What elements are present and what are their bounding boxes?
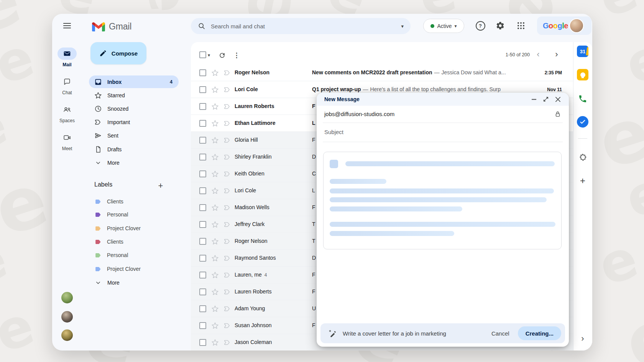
star-icon[interactable]: [211, 69, 219, 77]
sidebar-item-drafts[interactable]: Drafts: [89, 143, 179, 156]
important-icon[interactable]: [223, 339, 231, 346]
rail-item-meet[interactable]: Meet: [52, 131, 82, 151]
more-options-icon[interactable]: ⋮: [232, 50, 242, 60]
contact-avatar-1[interactable]: [61, 292, 73, 303]
label-item-project-clover[interactable]: Project Clover: [89, 222, 179, 234]
side-panel-collapse-icon[interactable]: ›: [578, 333, 587, 344]
label-item-personal[interactable]: Personal: [89, 208, 179, 221]
email-row[interactable]: Roger Nelson New comments on MCR2022 dra…: [191, 64, 573, 81]
important-icon[interactable]: [223, 322, 231, 329]
star-icon[interactable]: [211, 120, 219, 127]
labels-more[interactable]: More: [89, 276, 179, 289]
star-icon[interactable]: [211, 86, 219, 93]
sidebar-item-more[interactable]: More: [89, 156, 179, 169]
row-checkbox[interactable]: [199, 221, 206, 228]
help-button[interactable]: ?: [473, 18, 488, 33]
apps-grid-button[interactable]: [513, 18, 529, 33]
sidebar-item-sent[interactable]: Sent: [89, 129, 179, 142]
important-icon[interactable]: [223, 238, 231, 245]
google-account-block[interactable]: Google: [537, 16, 591, 35]
expand-icon[interactable]: [541, 95, 550, 104]
row-checkbox[interactable]: [199, 137, 206, 144]
compose-button[interactable]: Compose: [90, 42, 146, 64]
contact-avatar-2[interactable]: [61, 311, 73, 323]
settings-button[interactable]: [493, 18, 508, 33]
addons-icon[interactable]: [577, 152, 588, 163]
row-checkbox[interactable]: [199, 322, 206, 329]
row-checkbox[interactable]: [199, 339, 206, 346]
important-icon[interactable]: [223, 69, 231, 77]
get-addons-plus-icon[interactable]: +: [577, 175, 588, 187]
important-icon[interactable]: [223, 271, 231, 279]
sidebar-item-starred[interactable]: Starred: [89, 89, 179, 102]
subject-field[interactable]: Subject: [324, 123, 343, 142]
important-icon[interactable]: [223, 170, 231, 178]
row-checkbox[interactable]: [199, 103, 206, 110]
sidebar-item-inbox[interactable]: Inbox 4: [89, 75, 179, 88]
select-all-checkbox[interactable]: [199, 51, 206, 58]
star-icon[interactable]: [211, 170, 219, 178]
important-icon[interactable]: [223, 187, 231, 195]
important-icon[interactable]: [223, 153, 231, 161]
star-icon[interactable]: [211, 339, 219, 346]
star-icon[interactable]: [211, 271, 219, 279]
rail-item-mail[interactable]: Mail: [52, 48, 82, 67]
row-checkbox[interactable]: [199, 120, 206, 127]
row-checkbox[interactable]: [199, 86, 206, 93]
row-checkbox[interactable]: [199, 238, 206, 245]
important-icon[interactable]: [223, 204, 231, 211]
star-icon[interactable]: [211, 136, 219, 144]
important-icon[interactable]: [223, 86, 231, 93]
older-page-icon[interactable]: ›: [552, 49, 561, 60]
cancel-button[interactable]: Cancel: [485, 327, 516, 340]
voice-icon[interactable]: [577, 93, 588, 105]
calendar-icon[interactable]: 31: [577, 46, 588, 57]
important-icon[interactable]: [223, 103, 231, 110]
sidebar-item-important[interactable]: Important: [89, 116, 179, 128]
rail-item-chat[interactable]: Chat: [52, 75, 82, 95]
add-label-button[interactable]: +: [153, 178, 168, 193]
compose-header[interactable]: New Message: [317, 93, 569, 106]
recipient-field[interactable]: jobs@diffusion-studios.com: [324, 106, 394, 123]
rail-item-spaces[interactable]: Spaces: [52, 103, 82, 123]
ai-prompt-text[interactable]: Write a cover letter for a job in market…: [343, 330, 446, 337]
star-icon[interactable]: [211, 322, 219, 329]
status-selector[interactable]: Active ▾: [423, 19, 464, 33]
keep-icon[interactable]: [577, 69, 588, 80]
star-icon[interactable]: [211, 153, 219, 161]
contact-avatar-3[interactable]: [61, 329, 73, 341]
star-icon[interactable]: [211, 254, 219, 262]
important-icon[interactable]: [223, 136, 231, 144]
close-icon[interactable]: [553, 95, 562, 104]
important-icon[interactable]: [223, 254, 231, 262]
main-menu-icon[interactable]: [59, 18, 75, 33]
row-checkbox[interactable]: [199, 272, 206, 278]
important-icon[interactable]: [223, 120, 231, 127]
search-options-caret-icon[interactable]: ▾: [401, 23, 404, 29]
tasks-icon[interactable]: [577, 116, 588, 128]
search-bar[interactable]: Search mail and chat ▾: [191, 18, 411, 34]
row-checkbox[interactable]: [199, 288, 206, 295]
star-icon[interactable]: [211, 305, 219, 313]
label-item-clients[interactable]: Clients: [89, 195, 179, 208]
label-item-project-clover[interactable]: Project Clover: [89, 263, 179, 275]
search-icon[interactable]: [198, 22, 205, 30]
star-icon[interactable]: [211, 238, 219, 245]
label-item-clients[interactable]: Clients: [89, 236, 179, 248]
row-checkbox[interactable]: [199, 305, 206, 312]
creating-button[interactable]: Creating...: [518, 326, 561, 340]
newer-page-icon[interactable]: ‹: [534, 49, 543, 60]
row-checkbox[interactable]: [199, 204, 206, 211]
row-checkbox[interactable]: [199, 170, 206, 177]
user-avatar[interactable]: [570, 19, 583, 32]
sidebar-item-snoozed[interactable]: Snoozed: [89, 102, 179, 115]
label-item-personal[interactable]: Personal: [89, 249, 179, 261]
important-icon[interactable]: [223, 305, 231, 313]
row-checkbox[interactable]: [199, 187, 206, 194]
select-caret-icon[interactable]: ▾: [208, 52, 210, 58]
star-icon[interactable]: [211, 204, 219, 211]
row-checkbox[interactable]: [199, 69, 206, 76]
star-icon[interactable]: [211, 221, 219, 228]
important-icon[interactable]: [223, 221, 231, 228]
star-icon[interactable]: [211, 288, 219, 296]
